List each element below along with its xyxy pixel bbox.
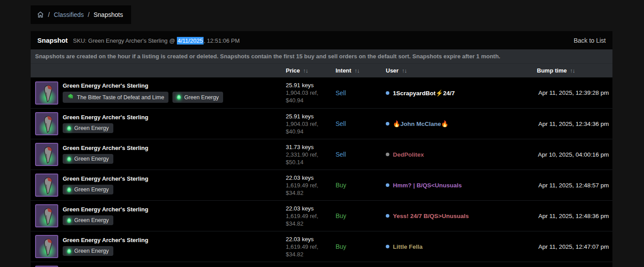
tag-label: Green Energy xyxy=(74,186,109,193)
bump-time: Apr 11, 2025, 12:48:57 pm xyxy=(537,182,609,189)
breadcrumb-link-classifieds[interactable]: Classifieds xyxy=(54,11,84,18)
column-header-intent: Intent ↑↓ xyxy=(336,67,381,74)
item-name[interactable]: Green Energy Archer's Sterling xyxy=(63,145,281,151)
price-keys: 25.91 keys xyxy=(286,81,331,89)
snapshot-listing-table: Green Energy Archer's Sterling The Bitte… xyxy=(31,77,612,267)
column-header-bump-time: Bump time ↑↓ xyxy=(537,67,609,74)
bump-time: Apr 11, 2025, 12:47:07 pm xyxy=(537,243,609,250)
user-cell: Hmm? | B/QS<Unusuals xyxy=(386,182,532,189)
item-tag[interactable]: The Bitter Taste of Defeat and Lime xyxy=(63,92,168,103)
price-cell: 25.91 keys 1,904.03 ref, $40.94 xyxy=(286,113,331,135)
price-usd: $34.82 xyxy=(286,251,331,258)
item-image[interactable] xyxy=(35,112,58,135)
user-cell: 🔥John McClane🔥 xyxy=(386,120,532,127)
particle-icon xyxy=(67,126,71,131)
arrowhead-item-icon xyxy=(37,82,58,105)
price-cell: 31.73 keys 2,331.90 ref, $50.14 xyxy=(286,143,331,166)
tag-list: Green Energy xyxy=(63,154,281,164)
table-row: Green Energy Archer's Sterling Green Ene… xyxy=(31,200,612,231)
item-name[interactable]: Green Energy Archer's Sterling xyxy=(63,176,281,182)
tag-list: Green Energy xyxy=(63,185,281,194)
table-row: Green Energy Archer's Sterling Green Ene… xyxy=(31,108,612,139)
price-keys: 22.03 keys xyxy=(286,174,331,182)
tag-label: Green Energy xyxy=(74,248,109,254)
user-link[interactable]: Hmm? | B/QS<Unusuals xyxy=(393,182,462,189)
column-header-price: Price ↑↓ xyxy=(286,67,331,74)
particle-icon xyxy=(67,218,71,223)
tag-list: Green Energy xyxy=(63,123,281,133)
bump-time: Apr 10, 2025, 04:00:16 pm xyxy=(537,151,609,158)
table-row: Green Energy Archer's Sterling Green Ene… xyxy=(31,170,612,200)
arrowhead-item-icon xyxy=(37,174,58,197)
item-image[interactable] xyxy=(35,143,58,166)
item-name[interactable]: Green Energy Archer's Sterling xyxy=(63,237,281,243)
sku-suffix: , 12:51:06 PM xyxy=(204,37,240,44)
user-status-dot xyxy=(386,245,389,248)
particle-icon xyxy=(177,95,181,100)
item-image[interactable] xyxy=(35,174,58,197)
user-link[interactable]: 1ScrapyardBot⚡24/7 xyxy=(393,89,455,97)
user-cell: Little Fella xyxy=(386,243,532,250)
sort-icon[interactable]: ↑↓ xyxy=(570,67,575,74)
item-image[interactable] xyxy=(35,81,58,105)
sort-icon[interactable]: ↑↓ xyxy=(354,67,359,74)
price-keys: 25.91 keys xyxy=(286,113,331,120)
price-ref: 2,331.90 ref, xyxy=(286,151,331,158)
item-name[interactable]: Green Energy Archer's Sterling xyxy=(63,83,281,89)
item-image[interactable] xyxy=(35,204,58,227)
item-tag[interactable]: Green Energy xyxy=(63,215,113,225)
intent-label[interactable]: Sell xyxy=(336,120,381,127)
breadcrumb-current-snapshots: Snapshots xyxy=(93,11,123,18)
sort-icon[interactable]: ↑↓ xyxy=(402,67,407,74)
tag-list: Green Energy xyxy=(63,215,281,225)
price-cell: 22.03 keys 1,619.49 ref, $34.82 xyxy=(286,235,331,258)
user-status-dot xyxy=(386,153,389,156)
price-keys: 22.03 keys xyxy=(286,205,331,212)
intent-label[interactable]: Buy xyxy=(336,243,381,250)
bump-time: Apr 11, 2025, 12:39:28 pm xyxy=(537,89,609,96)
sort-icon[interactable]: ↑↓ xyxy=(303,67,308,74)
intent-label[interactable]: Sell xyxy=(336,89,381,97)
item-tag[interactable]: Green Energy xyxy=(63,154,113,164)
user-link[interactable]: Little Fella xyxy=(393,243,423,250)
user-status-dot xyxy=(386,122,389,125)
user-link[interactable]: DedPolitex xyxy=(393,151,424,158)
back-to-list-link[interactable]: Back to List xyxy=(574,37,606,44)
table-row: Green Energy Archer's Sterling xyxy=(31,262,612,267)
price-ref: 1,619.49 ref, xyxy=(286,182,331,189)
sku-prefix: SKU: Green Energy Archer's Sterling @ xyxy=(73,37,176,44)
tag-label: Green Energy xyxy=(74,125,109,131)
user-cell: 1ScrapyardBot⚡24/7 xyxy=(386,89,532,97)
item-name[interactable]: Green Energy Archer's Sterling xyxy=(63,114,281,121)
home-icon[interactable] xyxy=(37,11,44,18)
tag-list: Green Energy xyxy=(63,246,281,256)
price-keys: 31.73 keys xyxy=(286,143,331,151)
item-image[interactable] xyxy=(35,235,58,258)
bump-time: Apr 11, 2025, 12:48:36 pm xyxy=(537,213,609,219)
table-header-row: Price ↑↓ Intent ↑↓ User ↑↓ Bump time ↑↓ xyxy=(31,64,612,77)
user-link[interactable]: Yess! 24/7 B/QS>Unusuals xyxy=(393,213,469,219)
column-header-user: User ↑↓ xyxy=(386,67,532,74)
user-cell: DedPolitex xyxy=(386,151,532,158)
sku-line: SKU: Green Energy Archer's Sterling @ 4/… xyxy=(73,37,240,44)
price-cell: 25.91 keys 1,904.03 ref, $40.94 xyxy=(286,81,331,104)
price-ref: 1,904.03 ref, xyxy=(286,89,331,97)
item-tag[interactable]: Green Energy xyxy=(63,123,113,133)
arrowhead-item-icon xyxy=(37,205,58,227)
table-row: Green Energy Archer's Sterling The Bitte… xyxy=(31,77,612,108)
item-name[interactable]: Green Energy Archer's Sterling xyxy=(63,206,281,213)
price-cell: 22.03 keys 1,619.49 ref, $34.82 xyxy=(286,174,331,197)
user-cell: Yess! 24/7 B/QS>Unusuals xyxy=(386,213,532,219)
intent-label[interactable]: Sell xyxy=(336,151,381,158)
panel-header: Snapshot SKU: Green Energy Archer's Ster… xyxy=(31,31,612,49)
item-tag[interactable]: Green Energy xyxy=(63,246,113,256)
price-ref: 1,619.49 ref, xyxy=(286,243,331,251)
particle-icon xyxy=(67,157,71,162)
item-tag[interactable]: Green Energy xyxy=(63,185,113,194)
intent-label[interactable]: Buy xyxy=(336,182,381,189)
price-usd: $40.94 xyxy=(286,97,331,104)
tag-label: Green Energy xyxy=(74,217,109,223)
user-link[interactable]: 🔥John McClane🔥 xyxy=(393,120,448,127)
item-tag[interactable]: Green Energy xyxy=(172,92,223,103)
intent-label[interactable]: Buy xyxy=(336,212,381,219)
